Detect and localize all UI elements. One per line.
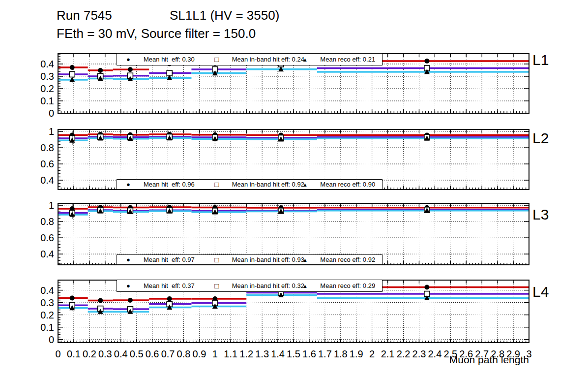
legend-L1: ●Mean hit eff: 0.30□Mean in-band hit eff… bbox=[117, 53, 382, 65]
hit-eff-marker bbox=[98, 298, 103, 303]
x-tick-label: 2.1 bbox=[381, 349, 395, 359]
filled-circle-icon: ● bbox=[125, 256, 132, 263]
x-tick-label: 2.3 bbox=[412, 349, 426, 359]
y-tick-label: 0.1 bbox=[0, 322, 54, 332]
legend-L3: ●Mean hit eff: 0.97□Mean in-band hit eff… bbox=[117, 254, 382, 265]
legend-label: Mean hit eff: 0.96 bbox=[144, 181, 195, 188]
panel-label-L3: L3 bbox=[532, 207, 549, 222]
x-tick-label: 0.6 bbox=[146, 349, 159, 359]
hit-eff-marker bbox=[98, 68, 103, 73]
legend-entry: ●Mean hit eff: 0.96 bbox=[117, 181, 206, 188]
y-tick-label: 0.4 bbox=[0, 59, 54, 69]
x-tick-label: 0 bbox=[55, 349, 60, 359]
legend-entry: □Mean in-band hit eff: 0.24 bbox=[206, 55, 294, 63]
y-tick-label: 0.8 bbox=[0, 217, 54, 226]
hit-eff-marker bbox=[70, 65, 75, 70]
x-tick-label: 1.5 bbox=[287, 349, 300, 359]
legend-label: Mean reco eff: 0.92 bbox=[320, 256, 375, 263]
legend-label: Mean reco eff: 0.21 bbox=[320, 56, 375, 63]
y-tick-label: 0.8 bbox=[0, 143, 54, 153]
y-tick-label: 0.2 bbox=[0, 310, 54, 320]
panel-label-L1: L1 bbox=[532, 53, 549, 67]
open-square-icon: □ bbox=[213, 282, 220, 290]
x-tick-label: 0.4 bbox=[114, 349, 128, 359]
open-square-icon: □ bbox=[213, 55, 220, 63]
legend-entry: ●Mean hit eff: 0.37 bbox=[117, 282, 206, 289]
legend-entry: ●Mean hit eff: 0.97 bbox=[117, 256, 206, 263]
panel-label-L2: L2 bbox=[532, 131, 549, 146]
y-tick-label: 0.2 bbox=[0, 84, 54, 94]
hit-eff-marker bbox=[128, 298, 133, 303]
open-square-icon: □ bbox=[213, 180, 220, 189]
x-tick-label: 0.2 bbox=[83, 349, 96, 359]
x-tick-label: 1 bbox=[212, 349, 218, 359]
hit-eff-marker bbox=[70, 296, 75, 301]
x-tick-label: 1.2 bbox=[239, 349, 253, 359]
x-tick-label: 1.1 bbox=[224, 349, 237, 359]
x-tick-label: 1.4 bbox=[271, 349, 285, 359]
legend-label: Mean reco eff: 0.29 bbox=[320, 282, 375, 289]
legend-label: Mean hit eff: 0.97 bbox=[144, 256, 195, 263]
x-tick-label: 0.7 bbox=[161, 349, 175, 359]
x-tick-label: 2 bbox=[369, 349, 375, 359]
y-tick-label: 0.6 bbox=[0, 159, 54, 169]
efficiency-report-canvas: Run 7545 SL1L1 (HV = 3550) FEth = 30 mV,… bbox=[0, 0, 588, 380]
y-tick-label: 0.4 bbox=[0, 175, 54, 185]
y-tick-label: 0.3 bbox=[0, 71, 54, 81]
legend-entry: ▲Mean reco eff: 0.21 bbox=[294, 56, 382, 63]
legend-entry: ▲Mean reco eff: 0.92 bbox=[294, 256, 382, 263]
panel-label-L4: L4 bbox=[532, 285, 549, 299]
hit-eff-marker bbox=[424, 59, 429, 63]
x-tick-label: 1.9 bbox=[350, 349, 363, 359]
legend-L2: ●Mean hit eff: 0.96□Mean in-band hit eff… bbox=[117, 179, 382, 190]
legend-L4: ●Mean hit eff: 0.37□Mean in-band hit eff… bbox=[117, 280, 382, 292]
hit-eff-marker bbox=[128, 67, 133, 72]
x-tick-label: 0.8 bbox=[177, 349, 191, 359]
legend-entry: □Mean in-band hit eff: 0.93 bbox=[206, 255, 294, 264]
x-tick-label: 2.2 bbox=[397, 349, 411, 359]
legend-entry: ▲Mean reco eff: 0.90 bbox=[294, 181, 382, 188]
legend-entry: ▲Mean reco eff: 0.29 bbox=[294, 282, 382, 289]
x-tick-label: 0.5 bbox=[130, 349, 144, 359]
y-tick-label: 0.4 bbox=[0, 249, 54, 259]
y-tick-label: 1 bbox=[0, 127, 54, 136]
hit-eff-marker bbox=[424, 285, 429, 290]
legend-entry: ●Mean hit eff: 0.30 bbox=[117, 56, 206, 63]
filled-triangle-icon: ▲ bbox=[301, 283, 308, 289]
inband-eff-marker bbox=[69, 72, 75, 77]
x-tick-label: 0.9 bbox=[192, 349, 206, 359]
legend-label: Mean hit eff: 0.30 bbox=[144, 56, 195, 63]
x-tick-label: 1.8 bbox=[334, 349, 348, 359]
legend-entry: □Mean in-band hit eff: 0.92 bbox=[206, 180, 294, 189]
filled-triangle-icon: ▲ bbox=[301, 57, 308, 63]
y-tick-label: 0.1 bbox=[0, 96, 54, 106]
filled-circle-icon: ● bbox=[125, 56, 132, 63]
filled-circle-icon: ● bbox=[125, 181, 132, 188]
hit-eff-marker bbox=[167, 296, 172, 301]
x-tick-label: 1.7 bbox=[318, 349, 332, 359]
legend-label: Mean hit eff: 0.37 bbox=[144, 282, 195, 289]
open-square-icon: □ bbox=[213, 255, 220, 264]
legend-entry: □Mean in-band hit eff: 0.32 bbox=[206, 282, 294, 290]
x-tick-label: 1.3 bbox=[255, 349, 269, 359]
y-tick-label: 0.6 bbox=[0, 233, 54, 243]
legend-label: Mean reco eff: 0.90 bbox=[320, 181, 375, 188]
x-tick-label: 2.4 bbox=[428, 349, 441, 359]
x-tick-label: 0.3 bbox=[98, 349, 112, 359]
x-tick-label: 0.1 bbox=[67, 349, 81, 359]
filled-circle-icon: ● bbox=[125, 282, 132, 289]
y-tick-label: 0 bbox=[0, 335, 54, 345]
x-tick-label: 1.6 bbox=[302, 349, 316, 359]
y-tick-label: 0.4 bbox=[0, 285, 54, 295]
y-tick-label: 0.3 bbox=[0, 298, 54, 308]
y-tick-label: 0 bbox=[0, 108, 54, 118]
y-tick-label: 1 bbox=[0, 200, 54, 210]
filled-triangle-icon: ▲ bbox=[301, 182, 308, 188]
x-axis-title: Muon path length bbox=[449, 354, 529, 365]
filled-triangle-icon: ▲ bbox=[301, 257, 308, 263]
